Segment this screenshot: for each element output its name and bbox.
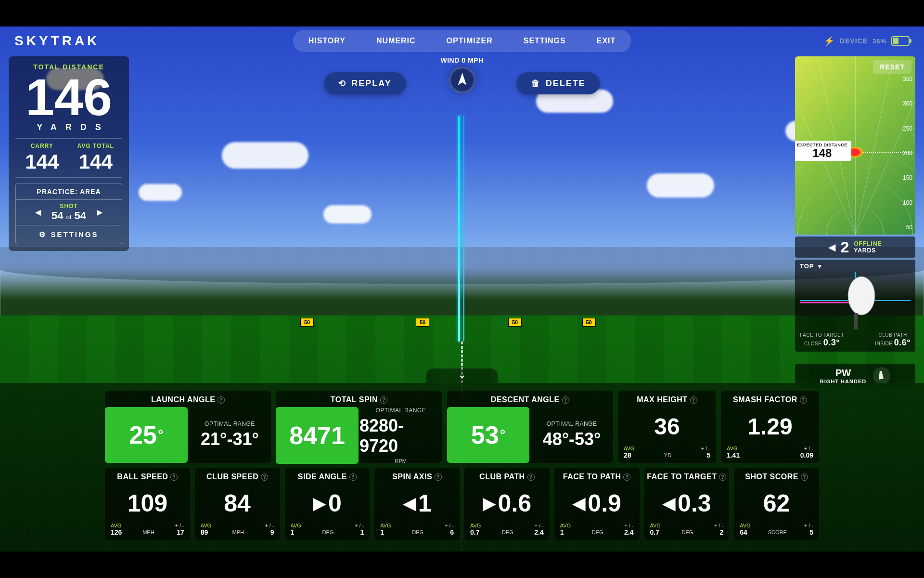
info-icon[interactable]: ?: [218, 396, 225, 404]
cloud: [139, 184, 182, 201]
info-icon[interactable]: ?: [261, 473, 268, 481]
shot-label: SHOT: [51, 203, 86, 210]
nav-settings[interactable]: SETTINGS: [510, 32, 579, 50]
info-icon[interactable]: ?: [719, 473, 726, 481]
chevron-down-icon: ▾: [818, 263, 822, 270]
replay-label: REPLAY: [351, 79, 391, 89]
practice-title: PRACTICE: AREA: [16, 184, 122, 200]
practice-settings-button[interactable]: ⚙ SETTINGS: [16, 225, 122, 244]
info-icon[interactable]: ?: [349, 473, 357, 481]
practice-settings-label: SETTINGS: [51, 230, 98, 238]
info-icon[interactable]: ?: [527, 473, 535, 481]
info-icon[interactable]: ?: [623, 473, 630, 481]
ball-trajectory: [458, 116, 460, 342]
cloud: [323, 205, 372, 223]
cloud: [222, 142, 308, 169]
reset-button[interactable]: RESET: [873, 60, 911, 74]
metrics-drawer-toggle[interactable]: ⌄: [426, 368, 498, 383]
nav-history[interactable]: HISTORY: [295, 32, 359, 50]
stage: 50 50 50 50 SKYTRAK HISTORY NUMERIC OPTI…: [0, 26, 924, 552]
svg-rect-4: [854, 313, 858, 329]
total-distance-value: 146: [15, 73, 122, 122]
wind-text: WIND 0 MPH: [441, 56, 484, 64]
battery-icon: [891, 36, 910, 46]
action-buttons: ⟲ REPLAY 🗑 DELETE: [324, 72, 600, 94]
offline-direction-icon: ◀: [828, 241, 835, 253]
delete-label: DELETE: [546, 79, 586, 89]
face-to-path-tile[interactable]: FACE TO PATH? ◀0.9 AVG1DEG+ / -2.4: [554, 468, 640, 540]
total-spin-tile[interactable]: TOTAL SPIN? 8471 OPTIMAL RANGE 8280-9720…: [276, 391, 442, 463]
ball-trajectory: [463, 116, 464, 342]
distance-panel: TOTAL DISTANCE 146 YARDS CARRY 144 AVG T…: [9, 56, 129, 251]
ball-speed-tile[interactable]: BALL SPEED? 109 AVG126MPH+ / -17: [105, 468, 190, 540]
nav-numeric[interactable]: NUMERIC: [363, 32, 429, 50]
face-to-target-tile[interactable]: FACE TO TARGET? ◀0.3 AVG0.7DEG+ / -2: [644, 468, 730, 540]
offline-value: 2: [840, 238, 849, 256]
launch-angle-tile[interactable]: LAUNCH ANGLE? 25° OPTIMAL RANGE 21°-31°: [105, 391, 271, 463]
replay-button[interactable]: ⟲ REPLAY: [324, 72, 406, 94]
svg-point-3: [848, 276, 875, 315]
metrics-panel: LAUNCH ANGLE? 25° OPTIMAL RANGE 21°-31° …: [0, 383, 924, 552]
nav-exit[interactable]: EXIT: [583, 32, 629, 50]
info-icon[interactable]: ?: [562, 396, 569, 404]
cloud: [647, 173, 714, 197]
offline-label: OFFLINE: [854, 240, 882, 247]
clubface-diagram: [800, 272, 911, 329]
distance-marker: 50: [582, 318, 596, 327]
main-nav: HISTORY NUMERIC OPTIMIZER SETTINGS EXIT: [293, 30, 631, 52]
distance-marker: 50: [508, 318, 522, 327]
offline-indicator: ◀ 2 OFFLINE YARDS: [795, 236, 915, 258]
view-selector[interactable]: TOP ▾: [800, 263, 911, 270]
distance-marker: 50: [416, 318, 429, 327]
info-icon[interactable]: ?: [690, 396, 697, 404]
expected-distance-badge: EXPECTED DISTANCE 148: [795, 141, 851, 161]
device-label: DEVICE: [840, 37, 868, 45]
info-icon[interactable]: ?: [170, 473, 178, 481]
bolt-icon: ⚡: [824, 36, 835, 46]
info-icon[interactable]: ?: [800, 396, 807, 404]
distance-marker: 50: [300, 318, 314, 327]
descent-angle-tile[interactable]: DESCENT ANGLE? 53° OPTIMAL RANGE 48°-53°: [447, 391, 613, 463]
side-angle-tile[interactable]: SIDE ANGLE? ▶0 AVG1DEG+ / -1: [285, 468, 370, 540]
replay-icon: ⟲: [338, 78, 346, 89]
battery-percent: 36%: [873, 38, 886, 45]
gear-icon: ⚙: [39, 230, 47, 239]
carry-value: 144: [15, 150, 69, 173]
brand-logo: SKYTRAK: [14, 33, 100, 49]
device-status[interactable]: ⚡ DEVICE 36%: [824, 36, 910, 46]
practice-card: PRACTICE: AREA ◀ SHOT 54 of 54 ▶ ⚙ SETTI…: [15, 184, 122, 244]
max-height-tile[interactable]: MAX HEIGHT? 36 AVG28 YD + / -5: [618, 391, 716, 463]
delete-button[interactable]: 🗑 DELETE: [517, 72, 600, 94]
dispersion-map[interactable]: 350 300 250 200 150 100 50 RESET EXPECTE…: [795, 56, 915, 235]
avg-total-label: AVG TOTAL: [69, 143, 123, 149]
avg-total-value: 144: [69, 150, 123, 173]
info-icon[interactable]: ?: [435, 473, 442, 481]
prev-shot-button[interactable]: ◀: [31, 206, 45, 219]
header: SKYTRAK HISTORY NUMERIC OPTIMIZER SETTIN…: [0, 26, 924, 55]
club-path-tile[interactable]: CLUB PATH? ▶0.6 AVG0.7DEG+ / -2.4: [464, 468, 550, 540]
map-distance-ticks: 350 300 250 200 150 100 50: [903, 76, 912, 231]
shot-score-tile[interactable]: SHOT SCORE? 62 AVG64SCORE+ / -5: [734, 468, 819, 540]
info-icon[interactable]: ?: [801, 473, 808, 481]
shot-counter: 54 of 54: [51, 210, 86, 222]
offline-unit: YARDS: [854, 247, 876, 254]
trash-icon: 🗑: [531, 79, 541, 89]
club-speed-tile[interactable]: CLUB SPEED? 84 AVG89MPH+ / -9: [195, 468, 280, 540]
spin-axis-tile[interactable]: SPIN AXIS? ◀1 AVG1DEG+ / -6: [374, 468, 460, 540]
carry-label: CARRY: [15, 143, 69, 149]
smash-factor-tile[interactable]: SMASH FACTOR? 1.29 AVG1.41 + / -0.09: [721, 391, 819, 463]
club-name: PW: [820, 368, 866, 379]
nav-optimizer[interactable]: OPTIMIZER: [433, 32, 506, 50]
clubface-widget: TOP ▾ FACE TO TARGET CLOSE 0.3° CLUB PAT…: [795, 260, 915, 352]
info-icon[interactable]: ?: [380, 396, 387, 404]
next-shot-button[interactable]: ▶: [93, 206, 106, 219]
club-icon: [873, 367, 890, 384]
